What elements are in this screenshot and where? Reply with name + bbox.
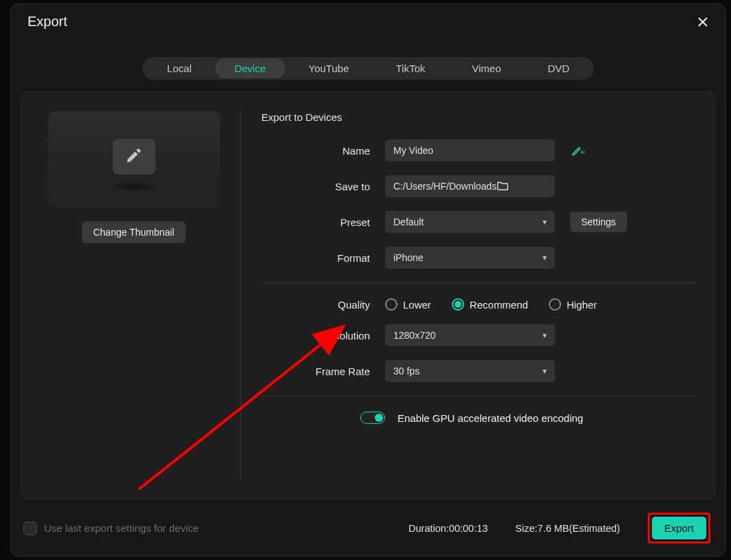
row-resolution: Resolution 1280x720 ▾	[261, 324, 695, 346]
footer: Use last export settings for device Dura…	[11, 500, 725, 556]
preset-value: Default	[393, 216, 424, 227]
duration-label: Duration:	[408, 523, 449, 534]
framerate-value: 30 fps	[393, 366, 419, 377]
size-label: Size:	[515, 523, 537, 534]
size-text: Size:7.6 MB(Estimated)	[515, 523, 620, 534]
size-value: 7.6 MB(Estimated)	[538, 523, 620, 534]
row-framerate: Frame Rate 30 fps ▾	[261, 360, 695, 382]
preset-select[interactable]: Default ▾	[385, 211, 555, 233]
divider	[261, 396, 695, 396]
row-preset: Preset Default ▾ Settings	[261, 211, 695, 233]
dialog-title: Export	[28, 14, 67, 30]
label-save-to: Save to	[261, 181, 385, 192]
quality-radio-group: Lower Recommend Higher	[385, 298, 597, 311]
format-value: iPhone	[393, 252, 424, 263]
preset-settings-button[interactable]: Settings	[570, 212, 627, 232]
label-format: Format	[261, 252, 385, 264]
tab-device[interactable]: Device	[215, 58, 285, 78]
chevron-down-icon: ▾	[543, 366, 547, 376]
export-button[interactable]: Export	[652, 517, 706, 539]
main-panel: Change Thumbnail Export to Devices Name …	[21, 91, 716, 500]
remember-label: Use last export settings for device	[44, 522, 199, 534]
divider	[261, 282, 695, 283]
remember-checkbox[interactable]	[23, 522, 37, 535]
tab-dvd[interactable]: DVD	[525, 58, 593, 78]
format-select[interactable]: iPhone ▾	[385, 247, 555, 269]
tab-tiktok[interactable]: TikTok	[372, 58, 448, 78]
row-gpu: Enable GPU accelerated video encoding	[360, 412, 695, 424]
name-input[interactable]	[385, 139, 555, 161]
resolution-select[interactable]: 1280x720 ▾	[385, 324, 555, 346]
close-icon	[697, 16, 708, 27]
thumbnail-placeholder	[113, 139, 155, 175]
pencil-icon	[125, 146, 143, 167]
svg-text:AI: AI	[580, 150, 585, 155]
gpu-toggle[interactable]	[360, 412, 385, 424]
tab-vimeo[interactable]: Vimeo	[448, 58, 524, 78]
label-name: Name	[261, 145, 385, 157]
thumbnail-preview[interactable]	[48, 111, 220, 208]
thumbnail-column: Change Thumbnail	[41, 111, 241, 480]
duration-text: Duration:00:00:13	[408, 523, 488, 534]
chevron-down-icon: ▾	[543, 331, 547, 340]
label-quality: Quality	[261, 299, 385, 311]
chevron-down-icon: ▾	[543, 253, 547, 262]
close-button[interactable]	[697, 16, 709, 28]
row-quality: Quality Lower Recommend Higher	[261, 298, 695, 311]
quality-lower-label: Lower	[403, 299, 431, 311]
quality-recommend[interactable]: Recommend	[452, 298, 528, 311]
radio-icon	[385, 298, 397, 311]
quality-higher-label: Higher	[567, 299, 597, 311]
save-to-path: C:/Users/HF/Downloads	[393, 181, 497, 192]
row-name: Name AI	[261, 139, 695, 161]
radio-icon	[549, 298, 561, 311]
thumb-shadow	[110, 181, 158, 191]
quality-lower[interactable]: Lower	[385, 298, 431, 311]
chevron-down-icon: ▾	[543, 217, 547, 227]
quality-recommend-label: Recommend	[470, 299, 528, 311]
label-framerate: Frame Rate	[261, 366, 385, 377]
resolution-value: 1280x720	[393, 330, 436, 341]
section-title: Export to Devices	[261, 111, 695, 123]
label-resolution: Resolution	[261, 330, 385, 341]
ai-rename-icon[interactable]: AI	[571, 144, 585, 157]
change-thumbnail-button[interactable]: Change Thumbnail	[82, 221, 185, 243]
toggle-knob	[375, 414, 383, 422]
tabs-pill: Local Device YouTube TikTok Vimeo DVD	[142, 57, 594, 80]
framerate-select[interactable]: 30 fps ▾	[385, 360, 555, 382]
titlebar: Export	[11, 4, 725, 36]
export-dialog: Export Local Device YouTube TikTok Vimeo…	[11, 4, 725, 556]
radio-icon	[452, 298, 464, 311]
tab-local[interactable]: Local	[144, 58, 215, 78]
tab-youtube[interactable]: YouTube	[285, 58, 373, 78]
gpu-label: Enable GPU accelerated video encoding	[397, 412, 583, 424]
save-to-input[interactable]: C:/Users/HF/Downloads	[385, 175, 555, 197]
folder-icon[interactable]	[497, 180, 548, 193]
duration-value: 00:00:13	[449, 523, 488, 534]
form-column: Export to Devices Name AI Save to C:/Use…	[241, 111, 695, 480]
row-format: Format iPhone ▾	[261, 247, 695, 269]
label-preset: Preset	[261, 216, 385, 228]
annotation-export-highlight: Export	[648, 513, 710, 544]
quality-higher[interactable]: Higher	[549, 298, 597, 311]
tabs: Local Device YouTube TikTok Vimeo DVD	[11, 57, 725, 80]
row-save-to: Save to C:/Users/HF/Downloads	[261, 175, 695, 197]
